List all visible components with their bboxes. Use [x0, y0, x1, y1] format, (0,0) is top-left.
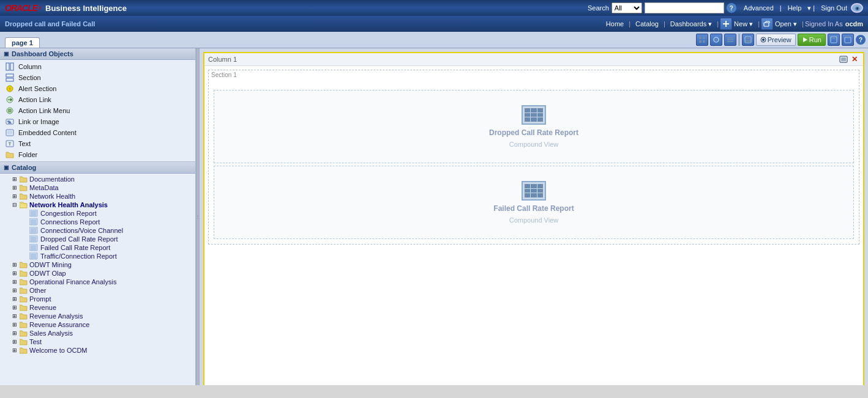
alert-icon: ! [5, 84, 15, 93]
help-icon[interactable]: ? [856, 35, 866, 45]
toggle-operational: ⊞ [12, 279, 18, 285]
sidebar-item-action-link[interactable]: Action Link [0, 94, 195, 105]
catalog-header[interactable]: ▣ Catalog [0, 162, 195, 174]
tree-label-nha: Network Health Analysis [29, 201, 108, 208]
tree-label-metadata: MetaData [29, 184, 59, 191]
dashboards-link[interactable]: Dashboards [667, 20, 716, 29]
save-dashboard-icon[interactable] [828, 34, 840, 46]
tree-item-odwt-mining[interactable]: ⊞ ODWT Mining [0, 260, 195, 269]
tree-item-connections[interactable]: ⊞ Connections Report [0, 218, 195, 226]
tree-item-network-health[interactable]: ⊞ Network Health [0, 192, 195, 201]
toggle-metadata: ⊞ [12, 185, 18, 191]
tree-item-odwt-olap[interactable]: ⊞ ODWT Olap [0, 269, 195, 278]
open-link[interactable]: Open [774, 20, 801, 29]
tree-item-dropped-call[interactable]: ⊞ Dropped Call Rate Report [0, 235, 195, 243]
user-icon[interactable]: ◉ [851, 3, 863, 13]
svg-rect-19 [832, 37, 836, 39]
tree-item-revenue-analysis[interactable]: ⊞ Revenue Analysis [0, 312, 195, 320]
svg-rect-14 [746, 40, 750, 43]
dashboard-objects-header[interactable]: ▣ Dashboard Objects [0, 48, 195, 60]
sidebar: ▣ Dashboard Objects Column Section [0, 48, 196, 385]
page-tab-1[interactable]: page 1 [5, 37, 40, 48]
save-icon[interactable] [742, 34, 754, 46]
catalog-link[interactable]: Catalog [632, 20, 662, 28]
toolbar-icon-2[interactable] [710, 34, 722, 46]
sidebar-item-section[interactable]: Section [0, 72, 195, 83]
column-properties-btn[interactable] [839, 55, 848, 64]
sidebar-label-column: Column [18, 63, 42, 70]
tree-item-test[interactable]: ⊞ Test [0, 337, 195, 346]
help-link[interactable]: Help [785, 4, 804, 12]
search-input[interactable] [645, 2, 724, 13]
sidebar-item-action-link-menu[interactable]: Action Link Menu [0, 105, 195, 116]
toggle-sales: ⊞ [12, 330, 18, 336]
svg-rect-21 [6, 63, 9, 70]
dashboard-column-1: Column 1 ✕ Section 1 [203, 52, 864, 385]
tree-item-failed-call[interactable]: ⊞ Failed Call Rate Report [0, 243, 195, 252]
tree-label-other: Other [29, 287, 47, 294]
tree-item-sales-analysis[interactable]: ⊞ Sales Analysis [0, 329, 195, 337]
tree-label-failed-call: Failed Call Rate Report [40, 244, 110, 251]
toggle-odwt-olap: ⊞ [12, 270, 18, 276]
sidebar-item-text[interactable]: T Text [0, 138, 195, 149]
search-info-icon[interactable]: ? [727, 3, 736, 13]
sidebar-label-folder: Folder [18, 151, 37, 158]
svg-rect-40 [29, 218, 37, 225]
sidebar-label-section: Section [18, 74, 41, 81]
search-scope-select[interactable]: All [612, 2, 642, 13]
tree-label-revenue-analysis: Revenue Analysis [29, 312, 83, 320]
report-icon-1 [522, 105, 546, 125]
report-placeholder-2[interactable]: Failed Call Rate Report Compound View [217, 169, 851, 236]
sidebar-item-embedded-content[interactable]: Embedded Content [0, 127, 195, 138]
toolbar-icon-1[interactable] [696, 34, 708, 46]
new-link[interactable]: New [733, 20, 757, 29]
sidebar-item-column[interactable]: Column [0, 61, 195, 72]
column-delete-btn[interactable]: ✕ [850, 55, 859, 64]
toolbar: Preview Run ? [691, 32, 868, 48]
sidebar-label-embedded: Embedded Content [18, 129, 77, 136]
report-sub-2: Compound View [509, 216, 559, 224]
collapse-icon-catalog: ▣ [4, 164, 9, 171]
search-area: Search All ? [588, 2, 736, 13]
tree-item-nha[interactable]: ⊟ Network Health Analysis [0, 201, 195, 209]
svg-text:!: ! [9, 86, 10, 92]
tree-item-other[interactable]: ⊞ Other [0, 286, 195, 295]
sidebar-item-link-image[interactable]: Link or Image [0, 116, 195, 127]
report-icon-2 [522, 181, 546, 201]
toggle-test: ⊞ [12, 339, 18, 345]
report-placeholder-1[interactable]: Dropped Call Rate Report Compound View [217, 93, 851, 160]
tree-item-traffic[interactable]: ⊞ Traffic/Connection Report [0, 252, 195, 260]
sidebar-item-alert-section[interactable]: ! Alert Section [0, 83, 195, 94]
sidebar-label-link-image: Link or Image [18, 118, 59, 125]
sign-out-link[interactable]: Sign Out [818, 4, 850, 12]
home-link[interactable]: Home [602, 20, 627, 28]
run-button[interactable]: Run [798, 34, 826, 46]
tree-item-revenue[interactable]: ⊞ Revenue [0, 303, 195, 312]
open-icon[interactable] [761, 18, 773, 30]
sidebar-item-folder[interactable]: Folder [0, 149, 195, 160]
svg-rect-45 [29, 227, 37, 234]
tree-label-odwt-olap: ODWT Olap [29, 270, 66, 277]
tree-label-operational: Operational Finance Analysis [29, 278, 116, 286]
tree-item-metadata[interactable]: ⊞ MetaData [0, 183, 195, 192]
advanced-link[interactable]: Advanced [741, 4, 776, 12]
tree-item-connections-voice[interactable]: ⊞ Connections/Voice Channel [0, 226, 195, 235]
toggle-nha: ⊟ [12, 202, 18, 208]
top-nav-links: Advanced | Help ▾ | Sign Out ◉ [741, 3, 863, 13]
preview-button[interactable]: Preview [756, 34, 796, 46]
tree-item-congestion[interactable]: ⊞ Congestion Report [0, 209, 195, 218]
tree-item-prompt[interactable]: ⊞ Prompt [0, 295, 195, 303]
tree-item-welcome[interactable]: ⊞ Welcome to OCDM [0, 346, 195, 355]
tree-item-documentation[interactable]: ⊞ Documentation [0, 175, 195, 183]
tree-item-operational-finance[interactable]: ⊞ Operational Finance Analysis [0, 278, 195, 286]
tree-label-revenue: Revenue [29, 304, 56, 311]
toggle-welcome: ⊞ [12, 347, 18, 353]
toolbar-icon-3[interactable] [724, 34, 736, 46]
column-tools: ✕ [839, 55, 859, 64]
tree-item-revenue-assurance[interactable]: ⊞ Revenue Assurance [0, 320, 195, 329]
save-as-icon[interactable] [842, 34, 854, 46]
new-icon[interactable] [720, 18, 732, 30]
oracle-wordmark: ORACLE [5, 3, 37, 13]
tree-label-test: Test [29, 338, 42, 345]
search-label: Search [588, 4, 609, 12]
